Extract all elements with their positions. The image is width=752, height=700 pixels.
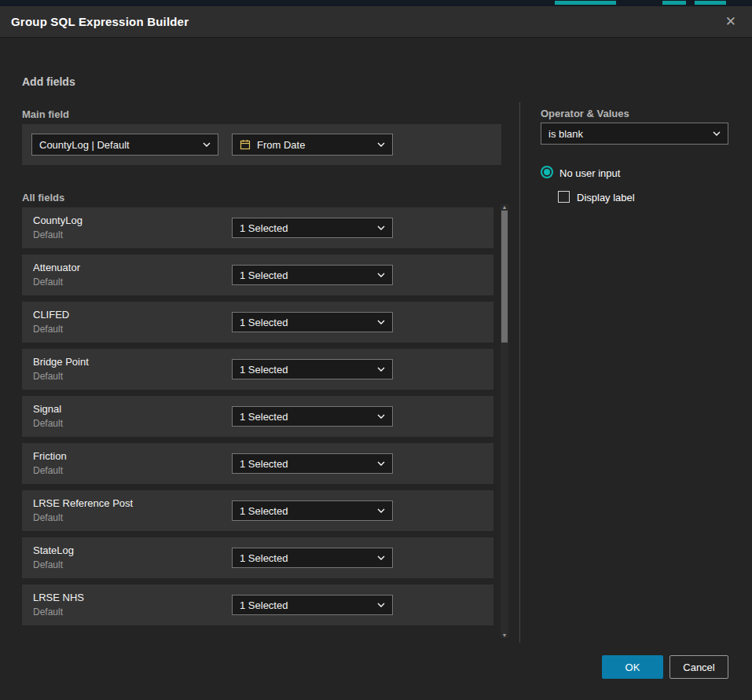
chevron-down-icon: [377, 603, 385, 607]
chevron-down-icon: [203, 142, 211, 147]
chevron-down-icon: [377, 320, 385, 324]
field-row: Bridge Point Default 1 Selected: [22, 349, 493, 390]
chevron-down-icon: [377, 461, 385, 466]
field-row: Attenuator Default 1 Selected: [22, 255, 493, 295]
field-selected-dropdown[interactable]: 1 Selected: [232, 312, 393, 332]
background-link-fragment: [662, 1, 686, 5]
field-selected-dropdown[interactable]: 1 Selected: [232, 406, 393, 427]
dropdown-value: CountyLog | Default: [39, 139, 196, 151]
dropdown-value: 1 Selected: [240, 269, 371, 281]
field-sublabel: Default: [33, 418, 63, 429]
field-name: CLIFED: [33, 309, 69, 321]
background-link-fragment: [555, 1, 616, 5]
field-name: Bridge Point: [33, 356, 89, 368]
field-row: LRSE Reference Post Default 1 Selected: [22, 490, 493, 531]
all-fields-heading: All fields: [22, 192, 64, 203]
field-sublabel: Default: [33, 559, 63, 570]
field-sublabel: Default: [33, 465, 63, 476]
chevron-down-icon: [377, 225, 385, 230]
field-row: Signal Default 1 Selected: [22, 396, 493, 437]
chevron-down-icon: [377, 508, 385, 513]
display-label-text: Display label: [577, 192, 635, 203]
chevron-down-icon: [713, 131, 721, 136]
field-sublabel: Default: [33, 229, 63, 240]
chevron-down-icon: [377, 555, 385, 560]
dropdown-value: 1 Selected: [240, 317, 371, 328]
scrollbar[interactable]: ▲ ▼: [501, 204, 508, 638]
field-row: StateLog Default 1 Selected: [22, 537, 493, 578]
dropdown-value: 1 Selected: [240, 364, 371, 376]
dropdown-value: 1 Selected: [240, 599, 371, 611]
radio-dot: [544, 169, 550, 175]
cancel-button[interactable]: Cancel: [669, 655, 728, 679]
main-field-heading: Main field: [22, 108, 69, 120]
dropdown-value: is blank: [548, 128, 706, 140]
scrollbar-down-icon[interactable]: ▼: [501, 632, 508, 638]
scrollbar-up-icon[interactable]: ▲: [501, 204, 508, 210]
operator-values-heading: Operator & Values: [541, 108, 629, 119]
display-label-checkbox[interactable]: [558, 191, 570, 203]
field-name: StateLog: [33, 544, 74, 556]
main-field-source-dropdown[interactable]: CountyLog | Default: [31, 134, 218, 156]
field-name: Attenuator: [33, 262, 80, 273]
screen: Group SQL Expression Builder ✕ Add field…: [0, 0, 752, 700]
field-sublabel: Default: [33, 324, 63, 335]
field-selected-dropdown[interactable]: 1 Selected: [232, 359, 393, 379]
field-selected-dropdown[interactable]: 1 Selected: [232, 595, 393, 615]
field-name: LRSE NHS: [33, 592, 84, 603]
field-sublabel: Default: [33, 371, 63, 382]
chevron-down-icon: [377, 142, 385, 147]
add-fields-heading: Add fields: [22, 75, 75, 88]
operator-dropdown[interactable]: is blank: [541, 123, 728, 145]
field-sublabel: Default: [33, 607, 63, 618]
field-selected-dropdown[interactable]: 1 Selected: [232, 548, 393, 568]
dropdown-value: From Date: [257, 139, 371, 151]
field-name: Signal: [33, 403, 61, 415]
field-name: LRSE Reference Post: [33, 497, 133, 509]
dialog-title: Group SQL Expression Builder: [11, 15, 189, 28]
field-selected-dropdown[interactable]: 1 Selected: [232, 453, 393, 474]
field-selected-dropdown[interactable]: 1 Selected: [232, 218, 393, 238]
main-field-panel: CountyLog | Default From Date: [22, 124, 501, 165]
field-row: Friction Default 1 Selected: [22, 443, 493, 484]
dropdown-value: 1 Selected: [240, 458, 371, 470]
field-sublabel: Default: [33, 512, 63, 523]
no-user-input-radio[interactable]: [541, 166, 553, 178]
background-link-fragment: [695, 1, 726, 5]
field-row: CountyLog Default 1 Selected: [22, 207, 493, 248]
field-name: CountyLog: [33, 214, 83, 226]
ok-button[interactable]: OK: [602, 655, 663, 679]
field-selected-dropdown[interactable]: 1 Selected: [232, 500, 393, 521]
dropdown-value: 1 Selected: [240, 411, 371, 423]
field-name: Friction: [33, 450, 67, 462]
operator-values-panel: Operator & Values is blank No user input…: [541, 6, 729, 700]
calendar-icon: [240, 139, 251, 150]
no-user-input-label: No user input: [559, 167, 620, 179]
field-selected-dropdown[interactable]: 1 Selected: [232, 265, 393, 285]
chevron-down-icon: [377, 414, 385, 419]
dropdown-value: 1 Selected: [240, 222, 371, 234]
chevron-down-icon: [377, 367, 385, 372]
chevron-down-icon: [377, 273, 385, 277]
all-fields-list: CountyLog Default 1 Selected Attenuator …: [22, 207, 493, 632]
column-divider: [519, 102, 520, 643]
group-sql-expression-builder-dialog: Group SQL Expression Builder ✕ Add field…: [0, 6, 752, 700]
field-sublabel: Default: [33, 277, 63, 288]
dropdown-value: 1 Selected: [240, 552, 371, 564]
field-row: CLIFED Default 1 Selected: [22, 302, 493, 343]
main-field-field-dropdown[interactable]: From Date: [232, 134, 393, 156]
dropdown-value: 1 Selected: [240, 505, 371, 517]
field-row: LRSE NHS Default 1 Selected: [22, 585, 493, 625]
scrollbar-thumb[interactable]: [501, 211, 508, 343]
